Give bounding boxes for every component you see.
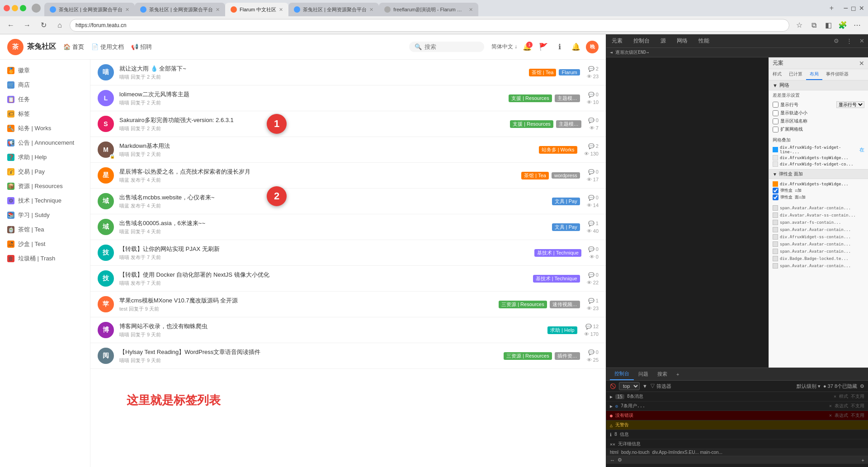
expand-icon-1[interactable]: ▶ xyxy=(610,394,613,399)
error-icon: ● xyxy=(610,413,613,418)
collections-icon[interactable]: ⧉ xyxy=(807,19,820,32)
new-tab-button[interactable]: + xyxy=(825,2,838,14)
expand-icon-2[interactable]: ▶ xyxy=(610,404,613,409)
toggle-icon-2[interactable]: ⚙ xyxy=(618,457,622,463)
regionname-checkbox[interactable] xyxy=(773,118,778,124)
close-button[interactable] xyxy=(4,5,10,11)
notification-icon[interactable]: 🔔 1 xyxy=(521,41,533,53)
search-input[interactable] xyxy=(425,43,479,50)
linenumber-select[interactable]: 显示行号 xyxy=(836,101,864,108)
right-tab-events[interactable]: 事件侦听器 xyxy=(822,69,852,80)
console-tab[interactable]: 控制台 xyxy=(610,368,634,380)
post-item-9[interactable]: 苹 苹果cms模板MXone V10.7魔改版源码 全开源 test 回复于 9… xyxy=(90,292,606,317)
flag-icon[interactable]: 🚩 xyxy=(537,41,550,53)
sidebar-item-10[interactable]: 📚 学习 | Sutdy xyxy=(0,208,90,222)
console-clear-btn[interactable]: 🚫 xyxy=(610,383,616,389)
sidebar-item-8[interactable]: 📦 资源 | Resources xyxy=(0,179,90,193)
window-close-icon[interactable]: ✕ xyxy=(859,5,864,12)
linenumber-checkbox[interactable] xyxy=(773,102,778,108)
browser-tab-t5[interactable]: freeflarum剧演说明 - Flarum 中文... ✕ xyxy=(379,3,478,16)
post-item-8[interactable]: 技 【转载】使用 Docker 自动化部署的 NextJS 镜像大小优化 喵喵 … xyxy=(90,266,606,292)
tab-close-btn[interactable]: ✕ xyxy=(279,7,283,13)
browser-tab-t3[interactable]: Flarum 中文社区 ✕ xyxy=(225,3,288,16)
sidebar-item-0[interactable]: 🏅 徽章 xyxy=(0,63,90,78)
tree-line-1[interactable] xyxy=(606,59,769,368)
tab-close-btn[interactable]: ✕ xyxy=(125,7,129,13)
tracksmall-checkbox[interactable] xyxy=(773,110,778,116)
devtools-settings-icon[interactable]: ⚙ xyxy=(830,35,843,47)
minimize-button[interactable] xyxy=(12,5,18,11)
language-selector[interactable]: 简体中文 ↓ xyxy=(491,43,517,51)
post-item-11[interactable]: 阅 【Hylsay Text Reading】WordPress文章语音阅读插件… xyxy=(90,343,606,369)
tab-close-btn[interactable]: ✕ xyxy=(469,7,473,13)
post-item-3[interactable]: M 🔒 Markdown基本用法 喵喵 回复于 2 天前 站务多 | Works… xyxy=(90,137,606,163)
sidebar-item-1[interactable]: 🛒 商店 xyxy=(0,78,90,92)
address-bar[interactable] xyxy=(70,19,789,32)
post-item-6[interactable]: 域 出售域名00005.asia，6米速来~~ 喵蓝 回复于 4 天前 文具 |… xyxy=(90,214,606,240)
post-item-2[interactable]: S Sakurairo多彩完善功能强大-version: 2.6.3.1 喵喵 … xyxy=(90,111,606,137)
sidebar-item-12[interactable]: 🏖 沙盒 | Test xyxy=(0,237,90,251)
browser-tab-t4[interactable]: 茶兔社区 | 全网资源聚合平台 ✕ xyxy=(288,3,379,16)
post-item-0[interactable]: 喵 就让这大雨 💧 全部落下~ 喵喵 回复于 2 天前 茶馆 | TeaFlar… xyxy=(90,60,606,85)
tab-close-btn[interactable]: ✕ xyxy=(216,7,220,13)
sidebar-item-11[interactable]: 🍵 茶馆 | Tea xyxy=(0,222,90,237)
minimize-icon[interactable]: − xyxy=(843,4,848,13)
browser-tab-t2[interactable]: 茶兔社区 | 全网资源聚合平台 ✕ xyxy=(135,3,225,16)
restore-icon[interactable]: ◻ xyxy=(851,5,856,12)
user-avatar[interactable]: 晚 xyxy=(586,41,599,53)
post-item-10[interactable]: 博 博客网站不收录，也没有蜘蛛爬虫 喵喵 回复于 9 天前 求助 | Help … xyxy=(90,317,606,343)
devtools-tab-elements[interactable]: 元素 xyxy=(606,34,628,47)
console-filter-btn[interactable]: ▼ xyxy=(642,383,647,389)
post-item-4[interactable]: 星 星辰博客-以热爱之名，点亮技术探索者的漫长岁月 喵蓝 发布于 4 天前 茶馆… xyxy=(90,163,606,189)
post-item-5[interactable]: 域 出售域名mcbbs.website，心仪者来~ 喵蓝 发布于 4 天前 文具… xyxy=(90,189,606,214)
toggle-icon-1[interactable]: ↔ xyxy=(610,458,615,463)
bell-icon[interactable]: 🔔 xyxy=(570,41,582,53)
sidebar-toggle[interactable]: ◧ xyxy=(822,19,835,32)
right-tab-styles[interactable]: 样式 xyxy=(769,69,785,80)
extendgrid-checkbox[interactable] xyxy=(773,127,778,132)
elastic-cb-2[interactable] xyxy=(773,188,778,193)
devtools-bottom-add[interactable]: + xyxy=(862,458,864,463)
sidebar-item-2[interactable]: 📋 任务 xyxy=(0,92,90,107)
extensions-icon[interactable]: 🧩 xyxy=(836,19,849,32)
home-button[interactable]: ⌂ xyxy=(53,19,66,32)
search-tab[interactable]: 搜索 xyxy=(653,368,672,380)
right-panel-close[interactable]: ✕ xyxy=(859,60,864,67)
devtools-tab-sources[interactable]: 源 xyxy=(655,34,671,47)
nav-recruit[interactable]: 📢 招聘 xyxy=(131,43,152,51)
devtools-dock-icon[interactable]: ⋮ xyxy=(843,35,856,47)
network-section-header[interactable]: ▼ 网络 xyxy=(769,80,868,90)
nav-docs[interactable]: 📄 使用文档 xyxy=(91,43,124,51)
right-tab-computed[interactable]: 已计算 xyxy=(785,69,806,80)
menu-icon[interactable]: ⋯ xyxy=(851,19,863,32)
sidebar-item-6[interactable]: ❓ 求助 | Help xyxy=(0,150,90,165)
tab-close-btn[interactable]: ✕ xyxy=(369,7,373,13)
problems-tab[interactable]: 问题 xyxy=(634,368,653,380)
sidebar-item-7[interactable]: 💰 交易 | Pay xyxy=(0,165,90,179)
back-button[interactable]: ← xyxy=(5,19,17,32)
forward-button[interactable]: → xyxy=(21,19,33,32)
devtools-tab-console[interactable]: 控制台 xyxy=(628,34,655,47)
post-item-7[interactable]: 技 【转载】让你的网站实现 PJAX 无刷新 喵喵 发布于 7 天前 基技术 |… xyxy=(90,240,606,266)
sidebar-item-4[interactable]: 🔧 站务 | Works xyxy=(0,121,90,136)
console-filter-select[interactable]: top xyxy=(619,382,640,390)
sidebar-item-13[interactable]: 🗑 垃圾桶 | Trash xyxy=(0,251,90,266)
add-tab-btn[interactable]: + xyxy=(672,369,684,379)
browser-tab-t1[interactable]: 茶兔社区 | 全网资源聚合平台 ✕ xyxy=(44,3,135,16)
info-icon[interactable]: ℹ xyxy=(553,41,566,53)
elastic-section-header[interactable]: ▼ 弹性盒 面加 xyxy=(769,169,868,179)
elastic-cb-3[interactable] xyxy=(773,194,778,200)
sidebar-item-3[interactable]: 🏷 标签 xyxy=(0,107,90,121)
sidebar-item-9[interactable]: ⚙ 技术 | Technique xyxy=(0,193,90,208)
devtools-tab-network[interactable]: 网络 xyxy=(671,34,693,47)
right-tab-layout[interactable]: 布局 xyxy=(806,69,822,80)
post-item-1[interactable]: L lolimeow二次元风博客主题 喵喵 回复于 2 天前 支援 | Reso… xyxy=(90,85,606,111)
maximize-button[interactable] xyxy=(20,5,26,11)
console-gear[interactable]: ⚙ xyxy=(860,383,864,389)
devtools-close-btn[interactable]: ✕ xyxy=(856,35,868,47)
nav-home[interactable]: 🏠 首页 xyxy=(63,43,84,51)
devtools-tab-performance[interactable]: 性能 xyxy=(693,34,715,47)
reload-button[interactable]: ↻ xyxy=(37,19,50,32)
sidebar-item-5[interactable]: 📢 公告 | Announcement xyxy=(0,136,90,150)
bookmark-star[interactable]: ☆ xyxy=(793,19,806,32)
